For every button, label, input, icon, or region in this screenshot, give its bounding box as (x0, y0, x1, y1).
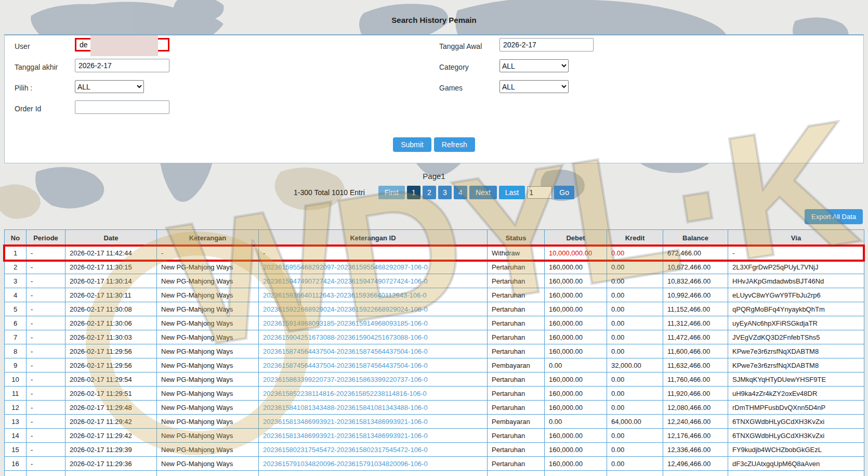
first-page-button[interactable]: First (378, 186, 405, 199)
cell-periode: - (27, 401, 65, 415)
cell-periode: - (27, 302, 65, 316)
cell-balance: 11,920,466.00 (663, 387, 728, 401)
cell-periode: - (27, 443, 65, 457)
cell-kredit: 0.00 (607, 429, 663, 443)
keterangan-id-link[interactable]: 2023615874564437504-2023615874564437504-… (263, 348, 428, 355)
history-table-wrap: NoPeriodeDateKeteranganKeterangan IDStat… (4, 229, 864, 476)
keterangan-id-link[interactable]: 2023615874564437504-2023615874564437504-… (263, 362, 428, 369)
cell-via: KPwe7e3r6zrsfNqXDABTM8 (728, 344, 864, 358)
cell-balance (663, 471, 728, 476)
refresh-button[interactable]: Refresh (434, 137, 475, 152)
tanggal-awal-input[interactable] (499, 38, 594, 52)
cell-debet: 160,000.00 (545, 401, 607, 415)
table-row: 11-2026-02-17 11:29:51New PG-Mahjong Way… (5, 387, 864, 401)
cell-kredit: 64,000.00 (607, 415, 663, 429)
cell-periode: - (27, 316, 65, 330)
keterangan-id-link[interactable]: 2023615791034820096-2023615791034820096-… (263, 460, 428, 468)
cell-debet: 160,000.00 (545, 372, 607, 387)
cell-keterangan-id: 2023615802317545472-2023615802317545472-… (259, 443, 488, 457)
export-all-data-button[interactable]: Export All Data (805, 209, 863, 224)
cell-periode: - (27, 274, 65, 288)
cell-periode: - (27, 457, 65, 471)
keterangan-id-link[interactable]: 2023615904251673088-2023615904251673088-… (263, 333, 428, 341)
cell-kredit: 0.00 (607, 274, 663, 288)
go-button[interactable]: Go (554, 186, 574, 199)
cell-debet: 0.00 (545, 358, 607, 372)
cell-date (65, 471, 157, 476)
search-form-panel: User Tanggal Awal Tanggal akhir Category… (4, 34, 864, 163)
column-header-keterangan-id: Keterangan ID (259, 230, 488, 246)
cell-keterangan-id: 2023615874564437504-2023615874564437504-… (259, 344, 488, 358)
keterangan-id-link[interactable]: 2023615813486993921-2023615813486993921-… (263, 418, 428, 426)
keterangan-id-link[interactable]: 2023615841081343488-2023615841081343488-… (263, 404, 428, 411)
page-button-4[interactable]: 4 (454, 186, 467, 199)
cell-periode: - (27, 330, 65, 344)
column-header-debet: Debet (545, 230, 607, 246)
cell-kredit: 0.00 (607, 330, 663, 344)
keterangan-id-link[interactable]: 2023615922668929024-2023615922668929024-… (263, 305, 428, 313)
current-page-label: Page1 (0, 172, 868, 181)
page-title: Search History Pemain (0, 16, 868, 24)
cell-debet: 160,000.00 (545, 344, 607, 358)
cell-kredit: 0.00 (607, 344, 663, 358)
table-row: 16-2026-02-17 11:29:36New PG-Mahjong Way… (5, 457, 864, 471)
cell-debet: 160,000.00 (545, 316, 607, 330)
cell-periode: - (27, 429, 65, 443)
cell-status: Pertaruhan (488, 288, 545, 302)
keterangan-id-link[interactable]: 2023615914968093185-2023615914968093185-… (263, 319, 428, 327)
keterangan-id-link[interactable]: 2023615936640112643-2023615936640112643-… (263, 291, 427, 299)
table-row: 5-2026-02-17 11:30:08New PG-Mahjong Ways… (5, 302, 864, 316)
cell-no: 15 (5, 443, 27, 457)
order-id-input[interactable] (75, 100, 169, 114)
keterangan-id-link[interactable]: 2023615813486993921-2023615813486993921-… (263, 432, 428, 440)
tanggal-akhir-input[interactable] (75, 59, 169, 72)
cell-keterangan: New PG-Mahjong Ways (157, 358, 259, 372)
cell-periode: - (27, 358, 65, 372)
table-row: 4-2026-02-17 11:30:11New PG-Mahjong Ways… (5, 288, 864, 302)
keterangan-id-link[interactable]: 2023615955468292097-2023615955468292097-… (263, 263, 428, 271)
page-button-3[interactable]: 3 (438, 186, 452, 199)
last-page-button[interactable]: Last (499, 186, 525, 199)
keterangan-id-link[interactable]: 2023615852238114816-2023615852238114816-… (263, 390, 427, 397)
cell-date: 2026-02-17 11:29:36 (65, 457, 157, 471)
table-row: 13-2026-02-17 11:29:42New PG-Mahjong Way… (5, 415, 864, 429)
pagination-bar: 1-300 Total 1010 Entri First 1234 Next L… (0, 186, 868, 199)
page-button-1[interactable]: 1 (407, 186, 420, 199)
keterangan-id-link[interactable]: 2023615863399220737-2023615863399220737-… (263, 376, 428, 383)
cell-no: 12 (5, 401, 27, 415)
cell-status: Pertaruhan (488, 387, 545, 401)
cell-via: uyEyANc6hpXFiRSGkdjaTR (728, 316, 864, 330)
keterangan-id-link[interactable]: 2023615947490727424-2023615947490727424-… (263, 277, 428, 285)
cell-periode: - (27, 246, 65, 260)
cell-via: JVEgVZdKQ3D2FnfebTShs5 (728, 330, 864, 344)
cell-kredit: 32,000.00 (607, 358, 663, 372)
cell-keterangan-id: 2023615947490727424-2023615947490727424-… (259, 274, 488, 288)
cell-keterangan: New PG-Mahjong Ways (157, 372, 259, 387)
page-button-2[interactable]: 2 (423, 186, 436, 199)
cell-balance: 10,672,466.00 (663, 260, 728, 274)
category-select[interactable]: ALL (499, 59, 569, 72)
cell-periode: - (27, 288, 65, 302)
table-row: 1-2026-02-17 11:42:44--Withdraw10,000,00… (5, 246, 864, 260)
cell-balance: 12,240,466.00 (663, 415, 728, 429)
cell-keterangan-id: 2023615791034820096-2023615791034820096-… (259, 457, 488, 471)
submit-button[interactable]: Submit (393, 137, 431, 152)
games-select[interactable]: ALL (499, 80, 569, 93)
cell-debet: 160,000.00 (545, 330, 607, 344)
cell-status: Pertaruhan (488, 443, 545, 457)
pilih-select[interactable]: ALL (75, 80, 144, 93)
cell-periode: - (27, 260, 65, 274)
cell-status: Pertaruhan (488, 274, 545, 288)
cell-balance: 12,080,466.00 (663, 401, 728, 415)
pilih-label: Pilih : (15, 84, 32, 92)
games-label: Games (439, 84, 463, 92)
cell-periode (27, 471, 65, 476)
cell-debet: 160,000.00 (545, 302, 607, 316)
goto-page-input[interactable] (527, 186, 552, 199)
keterangan-id-link[interactable]: 2023615802317545472-2023615802317545472-… (263, 446, 428, 454)
cell-via: eLUyvC8wYGwY9TFbJu2rp6 (728, 288, 864, 302)
cell-keterangan-id: 2023615813486993921-2023615813486993921-… (259, 415, 488, 429)
cell-periode: - (27, 372, 65, 387)
cell-debet: 160,000.00 (545, 274, 607, 288)
next-page-button[interactable]: Next (469, 186, 497, 199)
